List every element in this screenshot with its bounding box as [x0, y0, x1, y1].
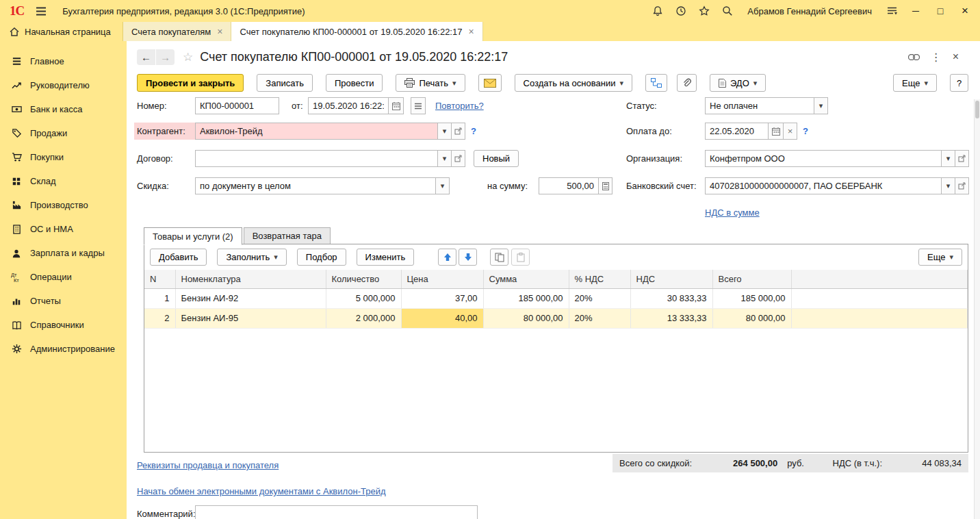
col-vat-rate[interactable]: % НДС	[569, 270, 630, 288]
cell-vat[interactable]: 13 333,33	[630, 308, 712, 328]
comment-input[interactable]	[195, 505, 478, 519]
organization-open-icon[interactable]	[955, 150, 969, 167]
add-row-button[interactable]: Добавить	[150, 249, 207, 266]
cell-nomenclature[interactable]: Бензин АИ-92	[175, 288, 326, 308]
post-button[interactable]: Провести	[326, 74, 383, 92]
status-select[interactable]: Не оплачен	[705, 97, 814, 114]
calendar-icon[interactable]	[389, 97, 404, 114]
cell-vat[interactable]: 30 833,33	[630, 288, 712, 308]
sidebar-item-purchases[interactable]: Покупки	[0, 145, 127, 169]
vertical-scrollbar[interactable]	[974, 99, 980, 519]
attachments-button[interactable]	[677, 74, 697, 92]
scrollbar-thumb[interactable]	[975, 101, 979, 118]
close-window-button[interactable]: ×	[955, 3, 975, 19]
search-icon[interactable]	[719, 2, 736, 20]
sidebar-item-sales[interactable]: Продажи	[0, 121, 127, 145]
edo-button[interactable]: ЭДО ▾	[710, 74, 766, 92]
tab-returnable-tare[interactable]: Возвратная тара	[244, 227, 331, 244]
organization-dropdown-icon[interactable]: ▾	[942, 150, 955, 167]
col-total[interactable]: Всего	[712, 270, 791, 288]
cell-sum[interactable]: 185 000,00	[483, 288, 569, 308]
pick-button[interactable]: Подбор	[297, 249, 346, 266]
discount-amount-input[interactable]	[539, 177, 599, 194]
contract-open-icon[interactable]	[452, 150, 465, 167]
col-price[interactable]: Цена	[401, 270, 483, 288]
organization-select[interactable]: Конфетпром ООО	[705, 150, 942, 167]
vat-in-sum-link[interactable]: НДС в сумме	[705, 207, 760, 218]
cell-quantity[interactable]: 5 000,000	[326, 288, 401, 308]
cell-price-active[interactable]: 40,00	[401, 308, 483, 328]
cell-vat-rate[interactable]: 20%	[569, 308, 630, 328]
cell-price[interactable]: 37,00	[401, 288, 483, 308]
bank-account-select[interactable]: 40702810000000000007, ПАО СБЕРБАНК	[705, 177, 942, 194]
discount-select[interactable]: по документу в целом	[195, 177, 436, 194]
cell-total[interactable]: 80 000,00	[712, 308, 791, 328]
current-user[interactable]: Абрамов Геннадий Сергеевич	[747, 6, 872, 16]
bank-account-dropdown-icon[interactable]: ▾	[942, 177, 955, 194]
col-sum[interactable]: Сумма	[483, 270, 569, 288]
post-and-close-button[interactable]: Провести и закрыть	[137, 74, 244, 92]
close-tab-icon[interactable]: ×	[468, 27, 474, 36]
related-documents-button[interactable]	[645, 74, 667, 92]
favorites-star-icon[interactable]	[695, 2, 713, 20]
repeat-link[interactable]: Повторить?	[435, 101, 484, 111]
maximize-button[interactable]: □	[931, 3, 950, 19]
bank-account-open-icon[interactable]	[955, 177, 969, 194]
close-document-icon[interactable]: ×	[953, 51, 959, 63]
sidebar-item-salary-hr[interactable]: Зарплата и кадры	[0, 241, 127, 265]
cell-vat-rate[interactable]: 20%	[569, 288, 630, 308]
hamburger-menu-icon[interactable]	[32, 2, 50, 20]
counterparty-input[interactable]	[195, 123, 438, 140]
move-row-up-icon[interactable]	[438, 249, 456, 266]
close-tab-icon[interactable]: ×	[217, 27, 222, 36]
notifications-bell-icon[interactable]	[649, 2, 667, 20]
get-link-icon[interactable]	[908, 54, 920, 60]
sidebar-item-warehouse[interactable]: Склад	[0, 169, 127, 193]
date-input[interactable]	[308, 97, 389, 114]
sidebar-item-manager[interactable]: Руководителю	[0, 73, 127, 97]
sidebar-item-production[interactable]: Производство	[0, 193, 127, 217]
cell-sum[interactable]: 80 000,00	[483, 308, 569, 328]
col-quantity[interactable]: Количество	[326, 270, 401, 288]
sidebar-item-bank-cash[interactable]: Банк и касса	[0, 97, 127, 121]
sidebar-item-administration[interactable]: Администрирование	[0, 337, 127, 361]
sidebar-item-main[interactable]: Главное	[0, 49, 127, 73]
fill-button[interactable]: Заполнить ▾	[217, 249, 286, 266]
table-row[interactable]: 1 Бензин АИ-92 5 000,000 37,00 185 000,0…	[144, 288, 968, 308]
sidebar-item-reports[interactable]: Отчеты	[0, 289, 127, 313]
document-list-icon[interactable]	[411, 97, 426, 114]
tab-invoices-list[interactable]: Счета покупателям ×	[123, 22, 231, 41]
more-button[interactable]: Еще ▾	[893, 74, 937, 92]
minimize-button[interactable]: ─	[906, 3, 925, 19]
col-nomenclature[interactable]: Номенклатура	[175, 270, 326, 288]
cell-quantity[interactable]: 2 000,000	[326, 308, 401, 328]
history-icon[interactable]	[672, 2, 690, 20]
grid-more-button[interactable]: Еще ▾	[918, 249, 962, 266]
edit-button[interactable]: Изменить	[357, 249, 415, 266]
col-n[interactable]: N	[144, 270, 175, 288]
clear-date-icon[interactable]: ×	[784, 123, 797, 140]
new-contract-button[interactable]: Новый	[474, 150, 519, 167]
counterparty-dropdown-icon[interactable]: ▾	[438, 123, 452, 140]
tab-invoice-document[interactable]: Счет покупателю КП00-000001 от 19.05.202…	[231, 22, 482, 41]
cell-n[interactable]: 1	[144, 288, 175, 308]
forward-button[interactable]: →	[156, 49, 175, 65]
user-menu-icon[interactable]	[883, 2, 901, 20]
paste-rows-icon[interactable]	[511, 249, 530, 266]
sidebar-item-directories[interactable]: Справочники	[0, 313, 127, 337]
move-row-down-icon[interactable]	[459, 249, 477, 266]
payment-due-input[interactable]	[705, 123, 769, 140]
contract-input[interactable]	[195, 150, 438, 167]
create-on-base-button[interactable]: Создать на основании ▾	[515, 74, 632, 92]
print-button[interactable]: Печать ▾	[396, 74, 465, 92]
col-vat[interactable]: НДС	[630, 270, 712, 288]
requisites-link[interactable]: Реквизиты продавца и покупателя	[137, 460, 279, 470]
cell-n[interactable]: 2	[144, 308, 175, 328]
calculator-icon[interactable]	[599, 177, 612, 194]
add-to-favorites-icon[interactable]: ☆	[183, 50, 193, 64]
cell-total[interactable]: 185 000,00	[712, 288, 791, 308]
save-button[interactable]: Записать	[257, 74, 313, 92]
home-tab[interactable]: Начальная страница	[0, 22, 123, 41]
contract-dropdown-icon[interactable]: ▾	[438, 150, 452, 167]
tab-goods-services[interactable]: Товары и услуги (2)	[144, 227, 242, 245]
